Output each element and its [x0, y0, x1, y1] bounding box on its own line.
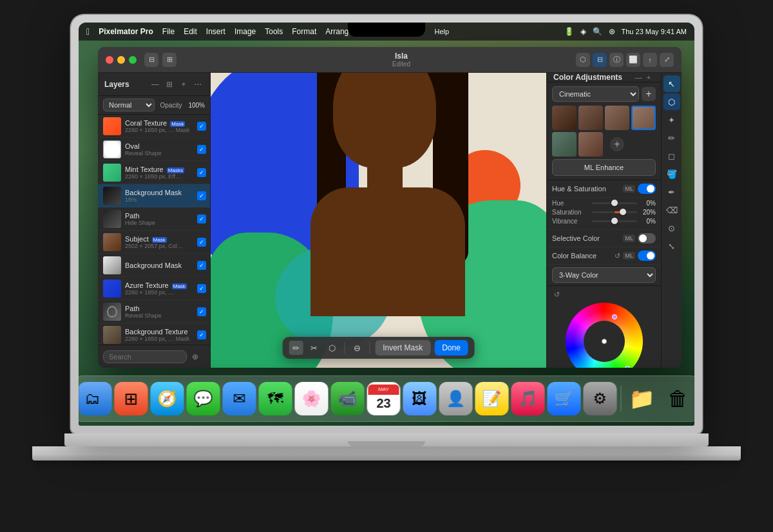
layers-add-group-icon[interactable]: ⊞ [164, 79, 175, 90]
maximize-button[interactable] [129, 56, 137, 64]
preset-dropdown[interactable]: Cinematic [552, 86, 639, 102]
layers-settings-icon[interactable]: ⊕ [189, 351, 201, 363]
select-tool-button[interactable]: ↖ [663, 75, 680, 92]
dock-pixelmator[interactable]: 🖼 [403, 382, 437, 415]
info-icon[interactable]: ⓘ [609, 53, 624, 67]
layers-more-icon[interactable]: ⋯ [192, 79, 204, 90]
transform-icon[interactable]: ⬜ [626, 53, 640, 67]
preset-add-more[interactable]: + [605, 132, 629, 157]
fill-tool-button[interactable]: 🪣 [663, 166, 680, 182]
layers-add-icon[interactable]: + [178, 79, 189, 90]
color-wheel-handle-left[interactable] [612, 314, 617, 319]
zoom-slider[interactable] [183, 55, 222, 65]
layer-check-mint[interactable]: ✓ [197, 168, 206, 177]
dock-music[interactable]: 🎵 [511, 382, 545, 415]
layer-check-azure[interactable]: ✓ [197, 284, 206, 293]
layer-check-bgmask2[interactable]: ✓ [197, 261, 206, 270]
done-button[interactable]: Done [434, 340, 468, 356]
layer-background-texture[interactable]: Background Texture 2260 × 1650 px, … Mas… [98, 323, 210, 345]
layer-check-path1[interactable]: ✓ [197, 214, 206, 223]
repair-tool-button[interactable]: ⊙ [663, 220, 680, 236]
menu-file[interactable]: File [162, 27, 175, 36]
adjustments-plus-icon[interactable]: + [644, 73, 653, 82]
color-wheel[interactable] [566, 303, 643, 368]
hue-slider[interactable] [592, 202, 637, 204]
shape-tool-button[interactable]: ◻ [663, 147, 680, 164]
preset-add-button[interactable]: + [642, 87, 656, 101]
layers-hide-icon[interactable]: — [149, 79, 161, 90]
view-toggle-icon[interactable]: ⊞ [162, 53, 177, 67]
minus-tool-icon[interactable]: ⊖ [350, 341, 364, 355]
control-center-icon[interactable]: ⊛ [609, 27, 615, 36]
preset-thumb-2[interactable] [578, 106, 603, 130]
ml-enhance-button[interactable]: ML Enhance [552, 159, 656, 176]
layer-background-mask-1[interactable]: Background Mask 15% ✓ [98, 184, 210, 207]
layer-check-subject[interactable]: ✓ [197, 238, 206, 247]
dock-appstore[interactable]: 🛒 [548, 382, 581, 415]
invert-mask-button[interactable]: Invert Mask [375, 340, 430, 356]
dock-trash[interactable]: 🗑 [662, 382, 695, 415]
preset-thumb-6[interactable] [578, 132, 603, 157]
dock-finder[interactable]: 🗂 [79, 382, 112, 415]
sidebar-toggle-icon[interactable]: ⊟ [144, 53, 158, 67]
vibrance-slider[interactable] [592, 220, 637, 222]
dock-mail[interactable]: ✉ [223, 382, 256, 415]
layer-check-bgmask[interactable]: ✓ [197, 191, 206, 200]
dock-contacts[interactable]: 👤 [439, 382, 473, 415]
close-button[interactable] [106, 56, 113, 64]
crop-tool-button[interactable]: ⤡ [663, 238, 680, 254]
pen-tool-button[interactable]: ✒ [663, 184, 680, 200]
three-way-color-select[interactable]: 3-Way Color [552, 267, 656, 283]
hue-saturation-toggle[interactable] [638, 184, 656, 194]
preset-thumb-1[interactable] [552, 106, 577, 130]
lasso-tool-icon[interactable]: ✂ [307, 341, 321, 355]
menu-app-name[interactable]: Pixelmator Pro [99, 27, 153, 36]
hue-slider-thumb[interactable] [611, 200, 618, 206]
paint-tool-button[interactable]: ✏ [663, 129, 680, 146]
dock-system-settings[interactable]: ⚙ [584, 382, 617, 415]
magic-tool-button[interactable]: ✦ [663, 111, 680, 128]
dock-notes[interactable]: 📝 [475, 382, 509, 415]
dock-launchpad[interactable]: ⊞ [115, 382, 148, 415]
vibrance-slider-thumb[interactable] [611, 218, 618, 224]
layer-coral-texture[interactable]: Coral Texture Mask 2260 × 1650 px, … Mas… [98, 115, 210, 138]
fullscreen-icon[interactable]: ⤢ [660, 53, 674, 67]
layer-background-mask-2[interactable]: Background Mask ✓ [98, 254, 210, 277]
layer-check-path2[interactable]: ✓ [197, 307, 206, 316]
canvas-area[interactable]: ✏ ✂ ⬡ ⊖ Invert Mask Done [211, 73, 546, 368]
color-balance-toggle[interactable] [638, 251, 656, 261]
layer-check-coral[interactable]: ✓ [197, 122, 206, 131]
layers-search-input[interactable] [103, 350, 187, 363]
menu-tools[interactable]: Tools [265, 27, 283, 36]
selective-color-toggle[interactable] [638, 233, 656, 243]
menu-format[interactable]: Format [292, 27, 316, 36]
layer-check-oval[interactable]: ✓ [197, 145, 206, 154]
color-balance-reset-icon[interactable]: ↺ [613, 251, 622, 260]
menu-image[interactable]: Image [234, 27, 256, 36]
saturation-slider[interactable] [592, 211, 637, 213]
dock-facetime[interactable]: 📹 [331, 382, 365, 415]
layer-mint-texture[interactable]: Mint Texture Masks 2260 × 1650 px, Eff… … [98, 161, 210, 184]
color-wheel-handle-right[interactable] [625, 366, 630, 368]
mask-icon[interactable]: ⊟ [593, 53, 607, 67]
dock-safari[interactable]: 🧭 [151, 382, 184, 415]
layer-oval[interactable]: Oval Reveal Shape ✓ [98, 138, 210, 161]
adjustments-minus-icon[interactable]: — [634, 73, 643, 82]
share-icon[interactable]: ↑ [643, 53, 657, 67]
layer-check-bgtex[interactable]: ✓ [197, 330, 206, 339]
dock-messages[interactable]: 💬 [187, 382, 220, 415]
mask-tool-button[interactable]: ⬡ [663, 93, 680, 110]
color-wheel-reset-icon[interactable]: ↺ [552, 290, 561, 299]
minimize-button[interactable] [117, 56, 125, 64]
menu-edit[interactable]: Edit [184, 27, 197, 36]
preset-thumb-3[interactable] [605, 106, 629, 130]
dock-folder[interactable]: 📁 [625, 382, 659, 415]
dock-maps[interactable]: 🗺 [259, 382, 292, 415]
draw-tool-icon[interactable]: ✏ [289, 341, 303, 355]
dock-photos[interactable]: 🌸 [295, 382, 329, 415]
layer-azure-texture[interactable]: Azure Texture Mask 2260 × 1850 px, … ✓ [98, 277, 210, 300]
preset-thumb-4[interactable] [631, 106, 656, 130]
preset-thumb-5[interactable] [552, 132, 577, 157]
erase-tool-button[interactable]: ⌫ [663, 202, 680, 218]
blend-mode-select[interactable]: Normal [103, 99, 155, 111]
